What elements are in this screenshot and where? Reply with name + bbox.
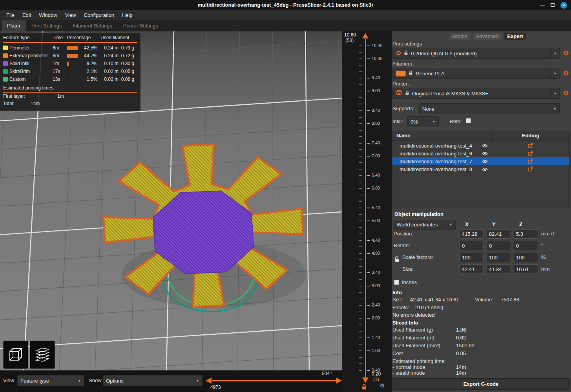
manipulation-row: Size:mm: [392, 264, 571, 274]
lock-icon: [409, 70, 413, 77]
inches-checkbox[interactable]: [394, 280, 399, 285]
manipulation-row-label: Size:: [402, 266, 414, 272]
slider-settings-gear-icon[interactable]: ⚙: [379, 382, 385, 389]
mode-simple[interactable]: Simple: [449, 33, 471, 40]
reset-position-icon[interactable]: ↺: [551, 231, 555, 237]
range-slider-right-handle[interactable]: [336, 377, 342, 384]
printer-edit-gear-icon[interactable]: ⚙: [562, 89, 570, 97]
object-row[interactable]: multidirectional-overhang-test_4: [392, 142, 569, 150]
menu-view[interactable]: View: [61, 10, 80, 20]
layer-slider-track[interactable]: [365, 39, 366, 377]
layer-minor-tick: [359, 227, 362, 228]
minimize-icon[interactable]: [540, 5, 545, 5]
size-z-input[interactable]: [514, 264, 538, 274]
layer-minor-tick: [359, 318, 362, 319]
chevron-down-icon[interactable]: ▼: [446, 220, 455, 229]
object-row[interactable]: multidirectional-overhang-test_8: [392, 165, 569, 173]
eye-icon[interactable]: [482, 151, 488, 157]
export-gcode-button[interactable]: Export G-code: [392, 378, 570, 390]
info-errors-text: No errors detected: [392, 312, 435, 318]
range-slider-track[interactable]: [212, 380, 336, 381]
tab-print-settings[interactable]: Print Settings: [26, 20, 67, 31]
menu-help[interactable]: Help: [118, 10, 137, 20]
eye-icon[interactable]: [482, 159, 488, 165]
info-volume-label: Volume:: [475, 297, 493, 303]
layer-tick-label: 5.00: [372, 218, 380, 223]
menu-window[interactable]: Window: [35, 10, 61, 20]
legend-header: Feature type Time Percentage Used filame…: [3, 35, 137, 43]
rotate-z-input[interactable]: [514, 241, 538, 250]
chevron-down-icon[interactable]: ▼: [75, 376, 84, 386]
object-row[interactable]: multidirectional-overhang-test_7: [392, 157, 569, 165]
layer-slider-bottom-handle[interactable]: [362, 377, 369, 383]
editing-icon[interactable]: [528, 143, 533, 150]
view-combo[interactable]: Feature type ▼: [17, 375, 84, 386]
supports-combo[interactable]: None ▼: [419, 103, 560, 114]
brim-checkbox[interactable]: [466, 118, 471, 123]
chevron-down-icon[interactable]: ▼: [193, 376, 202, 386]
feature-filament-weight: 0.72 g: [119, 53, 134, 58]
layer-minor-tick: [359, 156, 362, 157]
chevron-down-icon[interactable]: ▼: [429, 117, 438, 127]
feature-time: 6m: [53, 53, 67, 58]
rotate-x-input[interactable]: [460, 241, 484, 250]
brim-label: Brim:: [450, 119, 462, 124]
close-icon[interactable]: ✕: [560, 2, 567, 9]
print-settings-edit-gear-icon[interactable]: ⚙: [562, 49, 570, 57]
range-slider-left-handle[interactable]: [206, 377, 212, 384]
manipulation-row-label: Scale factors:: [402, 254, 433, 260]
maximize-icon[interactable]: [551, 3, 555, 7]
menu-edit[interactable]: Edit: [18, 10, 35, 20]
position-y-input[interactable]: [487, 229, 511, 239]
eye-icon[interactable]: [482, 143, 488, 149]
scale-factors-x-input[interactable]: [460, 253, 484, 262]
scale-factors-y-input[interactable]: [487, 253, 511, 262]
size-y-input[interactable]: [487, 264, 511, 274]
rotate-y-input[interactable]: [487, 241, 511, 250]
preview-view-button[interactable]: [30, 341, 55, 369]
editor-view-button[interactable]: [3, 341, 28, 369]
feature-filament-length: 0.10 m: [99, 61, 119, 66]
layer-minor-tick: [359, 143, 362, 144]
position-x-input[interactable]: [460, 229, 484, 239]
tab-plater[interactable]: Plater: [2, 20, 26, 31]
editing-icon[interactable]: [528, 151, 533, 157]
editing-icon[interactable]: [528, 166, 533, 173]
sliced-info-row: Used Filament (g)1.86: [392, 327, 571, 334]
feature-percentage-bar: [67, 62, 84, 66]
layer-tick-label: 4.40: [372, 238, 380, 242]
mode-expert[interactable]: Expert: [504, 33, 526, 40]
menu-file[interactable]: File: [2, 10, 18, 20]
layer-tick: [367, 156, 370, 157]
info-volume-value: 7507.83: [501, 297, 519, 303]
eye-icon[interactable]: [482, 167, 488, 173]
cube-icon: [7, 346, 25, 363]
show-combo[interactable]: Options ▼: [103, 375, 202, 386]
infill-combo[interactable]: 0% ▼: [407, 116, 439, 127]
tab-printer-settings[interactable]: Printer Settings: [118, 20, 164, 31]
layer-slider-top-handle[interactable]: [362, 33, 369, 38]
settings-panel: SimpleAdvancedExpert Print settings : ⚙ …: [392, 31, 571, 392]
tab-filament-settings[interactable]: Filament Settings: [67, 20, 117, 31]
mode-advanced[interactable]: Advanced: [473, 33, 502, 40]
chevron-down-icon[interactable]: ▼: [550, 68, 560, 78]
filament-edit-gear-icon[interactable]: ⚙: [562, 69, 570, 77]
layer-tick: [367, 208, 370, 208]
position-z-input[interactable]: [514, 229, 538, 239]
filament-combo[interactable]: Generic PLA ▼: [392, 68, 560, 79]
feature-color-chip: [3, 53, 8, 58]
slider-lock-icon[interactable]: [361, 384, 367, 392]
coordinates-combo[interactable]: World coordinates ▼: [394, 220, 456, 230]
chevron-down-icon[interactable]: ▼: [550, 104, 559, 114]
printer-combo[interactable]: Original Prusa i3 MK3S & MK3S+ ▼: [392, 88, 560, 99]
chevron-down-icon[interactable]: ▼: [550, 48, 560, 58]
menu-configuration[interactable]: Configuration: [80, 10, 118, 20]
viewport-3d[interactable]: Feature type Time Percentage Used filame…: [0, 31, 342, 370]
scale-lock-icon[interactable]: [394, 256, 400, 264]
size-x-input[interactable]: [460, 264, 484, 274]
print-settings-combo[interactable]: ⚙ 0.20mm QUALITY (modified) ▼: [392, 48, 560, 59]
scale-factors-z-input[interactable]: [514, 253, 538, 262]
editing-icon[interactable]: [528, 159, 533, 165]
object-row[interactable]: multidirectional-overhang-test_6: [392, 150, 569, 157]
chevron-down-icon[interactable]: ▼: [550, 88, 560, 98]
